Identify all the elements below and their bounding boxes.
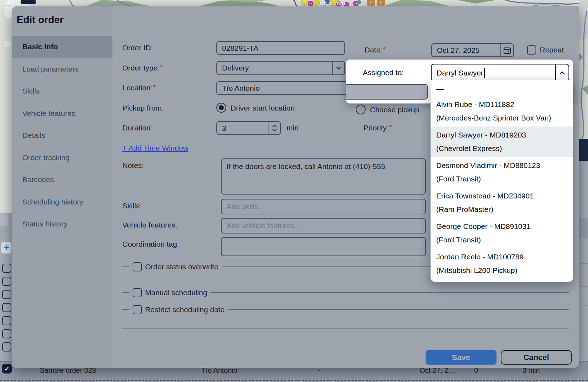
sidebar-item-details[interactable]: Details (12, 124, 112, 147)
map-menu-icon (21, 0, 36, 4)
duration-unit-label: min (287, 121, 299, 135)
add-order-button[interactable]: + (1, 242, 12, 254)
restrict-scheduling-date-section: Restrict scheduling date (122, 305, 569, 315)
add-time-window-link[interactable]: + Add Time Window (122, 141, 188, 155)
skills-placeholder: Add skills.. (227, 202, 262, 211)
chevron-down-icon[interactable] (332, 62, 344, 74)
sidebar-item-load-parameters[interactable]: Load parameters (12, 58, 112, 80)
sidebar-item-vehicle-features[interactable]: Vehicle features (12, 102, 112, 125)
coordination-tag-label: Coordination tag: (122, 237, 179, 251)
calendar-icon[interactable] (500, 44, 513, 56)
vehicle-features-placeholder: Add vehicle features... (227, 221, 300, 230)
restrict-scheduling-date-checkbox[interactable] (133, 305, 142, 314)
repeat-checkbox[interactable] (527, 45, 536, 55)
order-status-overwrite-label: Order status overwrite (145, 263, 218, 271)
divider (122, 266, 129, 267)
row-checkbox[interactable] (2, 264, 11, 273)
order-id-label: Order ID: (122, 41, 153, 55)
sidebar-item-scheduling-history[interactable]: Scheduling history (12, 191, 112, 213)
divider (122, 309, 129, 310)
duration-input[interactable]: 3 (216, 121, 281, 135)
text-cursor (484, 68, 485, 78)
sidebar-item-skills[interactable]: Skills (12, 80, 112, 102)
row-checkbox[interactable] (2, 329, 11, 338)
assigned-to-value: Darryl Sawyer (437, 69, 483, 77)
location-input-highlight-segment (346, 84, 428, 100)
save-button[interactable]: Save (426, 350, 497, 365)
assigned-to-combobox[interactable]: Darryl Sawyer (431, 64, 569, 82)
notes-label: Notes: (122, 158, 144, 173)
dropdown-option-jordan-reele[interactable]: Jordan Reele - MD100789(Mitsubishi L200 … (431, 248, 573, 279)
row-checkbox[interactable] (2, 316, 11, 325)
background-map-right (579, 0, 588, 139)
restrict-scheduling-date-label: Restrict scheduling date (145, 305, 224, 314)
sidebar-items: Basic Info Load parameters Skills Vehicl… (12, 36, 112, 235)
repeat-label: Repeat (540, 43, 564, 57)
order-type-label: Order type:* (122, 61, 163, 75)
cancel-button[interactable]: Cancel (501, 350, 572, 365)
date-input[interactable]: Oct 27, 2025 (431, 43, 514, 57)
manual-scheduling-label: Manual scheduling (145, 288, 207, 297)
vehicle-features-input[interactable]: Add vehicle features... (221, 218, 426, 234)
divider (210, 292, 569, 293)
dropdown-option-darryl-sawyer[interactable]: Darryl Sawyer - MD819203(Chevrolet Expre… (431, 127, 573, 157)
required-asterisk: * (389, 123, 392, 131)
dropdown-option-george-cooper[interactable]: George Cooper - MD891031(Ford Transit) (431, 218, 573, 248)
chevron-up-icon[interactable] (555, 64, 568, 81)
required-asterisk: * (383, 45, 385, 53)
screen: 1ª •• •• •• •• T T DE MADRI + (0, 0, 588, 382)
assigned-to-dropdown-list: — Alvin Rube - MD111882(Mercedes-Benz Sp… (431, 80, 573, 282)
dropdown-option-alvin-rube[interactable]: Alvin Rube - MD111882(Mercedes-Benz Spri… (431, 96, 573, 127)
order-type-select[interactable]: Delivery (216, 61, 345, 75)
row-checkbox[interactable] (2, 303, 11, 312)
vehicle-features-label: Vehicle features: (122, 218, 177, 232)
required-asterisk: * (160, 63, 163, 71)
row-checkbox[interactable] (2, 342, 11, 352)
divider (228, 309, 569, 310)
choose-pickup-label: Choose pickup (370, 103, 419, 117)
map-marker-teal (357, 0, 361, 4)
sidebar-item-barcodes[interactable]: Barcodes (12, 169, 112, 191)
row-checkbox[interactable] (2, 290, 11, 299)
number-stepper[interactable] (268, 122, 280, 134)
sidebar-item-basic-info[interactable]: Basic Info (12, 36, 112, 58)
choose-pickup-radio[interactable] (356, 105, 366, 114)
divider (122, 292, 129, 293)
background-table-line (579, 305, 588, 306)
date-label: Date:* (365, 43, 385, 57)
coordination-tag-input[interactable] (221, 237, 426, 256)
duration-label: Duration: (122, 121, 152, 135)
notes-textarea[interactable]: If the doors are locked, call Antonio at… (221, 158, 426, 195)
skills-label: Skills: (122, 199, 142, 213)
modal-title: Edit order (17, 14, 63, 26)
pickup-from-label: Pickup from: (122, 101, 164, 115)
map-marker-orange: T (367, 0, 375, 6)
dropdown-option-none[interactable]: — (431, 82, 573, 96)
background-panel-edge (0, 213, 8, 226)
map-zoom-control[interactable] (3, 5, 11, 13)
required-asterisk: * (153, 83, 156, 91)
manual-scheduling-checkbox[interactable] (133, 288, 142, 297)
background-table-line (579, 263, 588, 264)
order-status-overwrite-checkbox[interactable] (133, 262, 142, 271)
map-text-label: DE MADRI (320, 1, 345, 6)
sidebar-item-order-tracking[interactable]: Order tracking (12, 147, 112, 169)
row-checkbox[interactable] (2, 277, 11, 286)
dropdown-option-desmond-vladimir[interactable]: Desmond Vladimir - MD880123(Ford Transit… (431, 157, 573, 187)
dropdown-option-erica-townstead[interactable]: Erica Townstead - MD234901(Ram ProMaster… (431, 187, 573, 218)
radio-selected-dot (219, 105, 224, 110)
driver-start-location-radio[interactable] (216, 103, 226, 113)
footer-divider (122, 328, 569, 328)
map-cluster-badge: 1ª (303, 0, 306, 4)
sidebar-item-status-history[interactable]: Status history (12, 213, 112, 235)
map-decoration (0, 0, 588, 6)
location-label: Location:* (122, 81, 156, 95)
row-checkbox-checked[interactable]: ✓ (2, 364, 12, 373)
map-zoom-control[interactable] (3, 40, 11, 48)
background-scroll-thumb (579, 218, 588, 238)
driver-start-location-label: Driver start location (231, 101, 295, 115)
order-id-input[interactable]: 028291-TA (216, 41, 345, 55)
priority-label: Priority:* (364, 121, 392, 135)
background-table-line (579, 286, 588, 287)
skills-input[interactable]: Add skills.. (221, 199, 426, 214)
